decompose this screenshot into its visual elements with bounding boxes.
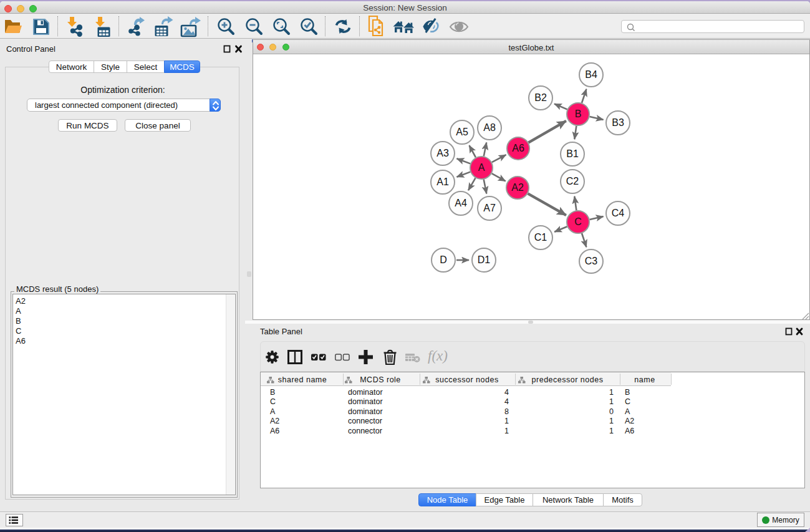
svg-text:C: C (574, 216, 582, 227)
svg-text:A2: A2 (511, 182, 524, 193)
svg-text:D1: D1 (478, 254, 491, 265)
svg-text:B4: B4 (585, 69, 597, 80)
svg-text:B1: B1 (566, 148, 579, 159)
svg-text:A5: A5 (456, 127, 468, 137)
svg-text:C1: C1 (534, 232, 547, 243)
svg-text:C3: C3 (585, 256, 598, 266)
svg-text:D: D (440, 254, 447, 265)
svg-text:A8: A8 (483, 122, 496, 133)
svg-text:B2: B2 (534, 92, 547, 103)
svg-text:B: B (575, 109, 582, 119)
svg-text:A: A (478, 162, 485, 173)
svg-text:C2: C2 (566, 176, 579, 186)
svg-text:A1: A1 (436, 177, 449, 187)
svg-text:A4: A4 (455, 198, 467, 208)
svg-text:A7: A7 (483, 203, 496, 213)
svg-text:A6: A6 (512, 143, 524, 153)
svg-text:A3: A3 (436, 148, 449, 158)
svg-text:C4: C4 (612, 208, 625, 218)
svg-text:B3: B3 (612, 117, 624, 128)
